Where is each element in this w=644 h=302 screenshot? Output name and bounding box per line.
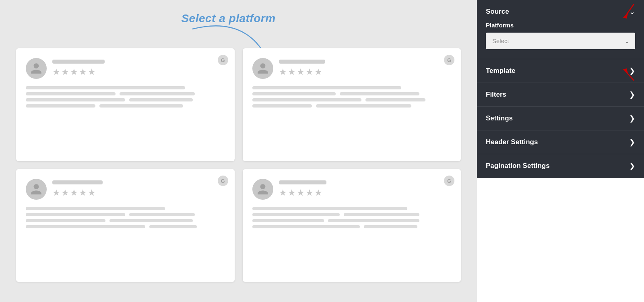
card-lines-row (252, 213, 452, 216)
card-line (26, 104, 95, 108)
chevron-up-icon: ⌄ (629, 7, 635, 16)
card-lines (26, 207, 225, 228)
annotation-text: Select a platform (181, 12, 275, 25)
card-lines-row (252, 104, 452, 108)
preview-area: Select a platform G ★★★★★ (0, 0, 477, 302)
avatar (252, 179, 273, 200)
card-lines-row (26, 92, 225, 95)
card-line (26, 86, 185, 89)
card-line (365, 98, 425, 101)
card-line (26, 92, 116, 95)
sidebar-pagination-settings-section[interactable]: Pagination Settings ❯ (477, 154, 644, 178)
card-header-info: ★★★★★ (279, 179, 452, 198)
chevron-right-icon: ❯ (629, 138, 635, 147)
google-badge: G (444, 55, 454, 65)
name-bar (279, 180, 326, 184)
sidebar-source-section: Source ⌄ Platforms Select ⌄ (477, 0, 644, 59)
card-line (252, 219, 324, 222)
card-line (252, 86, 402, 89)
card-line (252, 225, 360, 228)
card-lines-row (26, 104, 225, 108)
platforms-select[interactable]: Select (486, 33, 635, 49)
card-line (26, 213, 125, 216)
card-line (252, 104, 312, 108)
sidebar-template-section[interactable]: Template ❯ (477, 59, 644, 83)
card-line (252, 92, 336, 95)
chevron-right-icon: ❯ (629, 66, 635, 75)
card-header: ★★★★★ (252, 58, 452, 79)
sidebar: Source ⌄ Platforms Select ⌄ Template ❯ F… (477, 0, 644, 178)
name-bar (279, 60, 325, 64)
card-line (109, 219, 193, 222)
card-line (252, 213, 340, 216)
avatar (252, 58, 273, 79)
sidebar-template-header[interactable]: Template ❯ (477, 59, 644, 83)
google-badge: G (218, 55, 228, 65)
sidebar-header-settings-header[interactable]: Header Settings ❯ (477, 130, 644, 154)
sidebar-pagination-settings-header[interactable]: Pagination Settings ❯ (477, 154, 644, 178)
card-line (316, 104, 411, 108)
sidebar-filters-section[interactable]: Filters ❯ (477, 83, 644, 107)
card-line (340, 92, 419, 95)
star-rating: ★★★★★ (52, 188, 225, 198)
card-line (99, 104, 183, 108)
sidebar-filters-title: Filters (486, 91, 506, 99)
chevron-right-icon: ❯ (629, 90, 635, 99)
card-line (344, 213, 419, 216)
platforms-label: Platforms (477, 19, 644, 33)
google-badge: G (218, 176, 228, 186)
card-lines-row (26, 219, 225, 222)
card-header: ★★★★★ (252, 179, 452, 200)
avatar (26, 179, 47, 200)
card-lines-row (26, 98, 225, 101)
card-line (252, 98, 362, 101)
sidebar-settings-section[interactable]: Settings ❯ (477, 107, 644, 130)
review-card: G ★★★★★ (243, 48, 461, 161)
sidebar-source-header[interactable]: Source ⌄ (477, 0, 644, 19)
review-card: G ★★★★★ (16, 48, 235, 161)
sidebar-wrapper: Source ⌄ Platforms Select ⌄ Template ❯ F… (477, 0, 644, 302)
card-line (120, 92, 195, 95)
card-header-info: ★★★★★ (279, 58, 452, 77)
card-lines (26, 86, 225, 108)
sidebar-settings-header[interactable]: Settings ❯ (477, 107, 644, 130)
card-lines-row (26, 213, 225, 216)
card-header-info: ★★★★★ (52, 179, 225, 198)
card-line (364, 225, 418, 228)
card-header-info: ★★★★★ (52, 58, 225, 77)
card-line (129, 98, 193, 101)
card-lines-row (252, 225, 452, 228)
card-lines-row (26, 225, 225, 228)
star-rating: ★★★★★ (52, 67, 225, 77)
google-badge: G (444, 176, 454, 186)
card-lines (252, 86, 452, 108)
chevron-right-icon: ❯ (629, 114, 635, 123)
card-lines-row (252, 98, 452, 101)
card-lines (252, 207, 452, 228)
card-line (26, 207, 165, 210)
sidebar-header-settings-title: Header Settings (486, 138, 538, 146)
sidebar-settings-title: Settings (486, 114, 513, 122)
avatar (26, 58, 47, 79)
sidebar-filters-header[interactable]: Filters ❯ (477, 83, 644, 106)
sidebar-template-title: Template (486, 67, 515, 75)
card-line (252, 207, 408, 210)
review-card: G ★★★★★ (16, 169, 235, 282)
sidebar-pagination-settings-title: Pagination Settings (486, 162, 550, 170)
cards-grid: G ★★★★★ (16, 48, 461, 282)
card-line (26, 98, 125, 101)
sidebar-source-title: Source (486, 8, 509, 16)
review-card: G ★★★★★ (243, 169, 461, 282)
sidebar-header-settings-section[interactable]: Header Settings ❯ (477, 130, 644, 154)
card-line (129, 213, 195, 216)
name-bar (52, 60, 105, 64)
card-header: ★★★★★ (26, 179, 225, 200)
card-header: ★★★★★ (26, 58, 225, 79)
card-lines-row (252, 92, 452, 95)
star-rating: ★★★★★ (279, 67, 452, 77)
platforms-select-wrapper[interactable]: Select ⌄ (486, 33, 635, 49)
card-line (26, 225, 145, 228)
star-rating: ★★★★★ (279, 188, 452, 198)
name-bar (52, 180, 103, 184)
card-line (26, 219, 105, 222)
